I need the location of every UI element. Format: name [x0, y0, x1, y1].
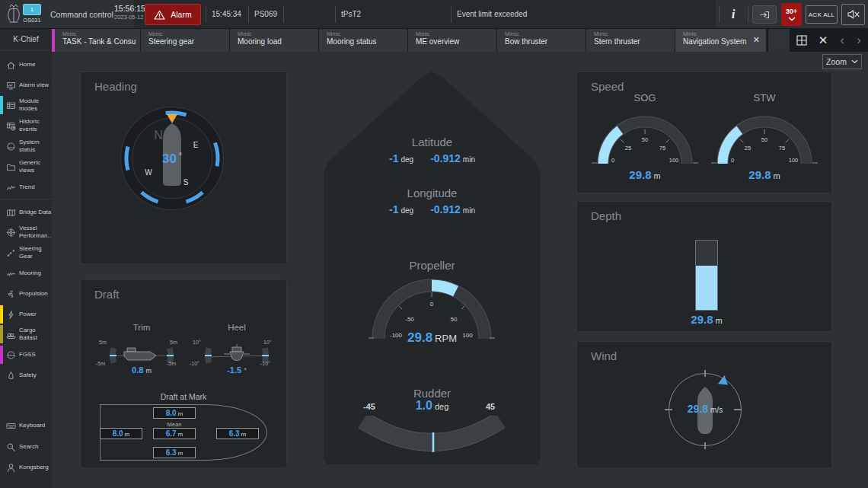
sidebar-item-mooring[interactable]: Mooring	[0, 263, 52, 283]
sidebar-title: K-Chief	[0, 35, 52, 43]
clock-date: 2023-05-12	[114, 14, 145, 21]
svg-text:75: 75	[779, 145, 785, 152]
sidebar-item-vessel-performance[interactable]: Vessel Performan…	[0, 222, 52, 242]
info-button[interactable]: i	[723, 5, 743, 24]
active-accent-bar	[0, 346, 3, 364]
tab-close-icon[interactable]: ✕	[753, 35, 760, 45]
blank-tab-button[interactable]	[768, 29, 790, 52]
table-icon	[6, 100, 16, 110]
table-clock-icon	[6, 121, 16, 131]
tabs-prev-button[interactable]: ‹	[834, 29, 850, 52]
sidebar-item-generic-views[interactable]: Generic views	[0, 157, 52, 177]
ship-side-silhouette	[124, 348, 156, 360]
sidebar-item-module-modes[interactable]: Module modes	[0, 95, 52, 115]
keyboard-icon	[6, 421, 16, 431]
active-accent-bar	[0, 325, 3, 343]
stw-value: 29.8 m	[707, 168, 822, 181]
ship-wheel-icon	[6, 228, 16, 238]
speed-panel: Speed SOG STW 0 25 50 75 100	[576, 72, 832, 193]
depth-value: 29.8 m	[669, 313, 745, 326]
svg-text:25: 25	[745, 145, 751, 152]
sidebar-item-steering-gear[interactable]: Steering Gear	[0, 243, 52, 263]
sidebar-item-fgss[interactable]: FGSS	[0, 345, 52, 365]
flame-icon	[6, 371, 16, 381]
wind-panel: Wind 29.8 m/s	[576, 341, 832, 468]
sign-in-icon	[759, 11, 770, 19]
longitude-value: -1deg -0.912min	[324, 203, 541, 215]
rudder-gauge	[348, 416, 515, 461]
left-nav-sidebar: K-Chief Home Alarm view Module modes His…	[0, 29, 52, 488]
mimic-tab-bar: Mimic TASK - Tank & Consumers Mimic Stee…	[0, 29, 868, 52]
layout-grid-button[interactable]	[792, 29, 812, 52]
draft-mark-aft: 8.0m	[100, 428, 142, 439]
ack-all-button[interactable]: ACK ALL	[806, 5, 838, 24]
svg-text:25: 25	[625, 145, 631, 152]
heading-panel: Heading N E S W 30 °	[80, 72, 287, 264]
sog-value: 29.8 m	[588, 168, 702, 181]
steering-dots-icon	[6, 248, 16, 258]
stw-label: STW	[707, 92, 822, 104]
sidebar-item-cargo-ballast[interactable]: Cargo Ballast	[0, 324, 52, 344]
sidebar-item-search[interactable]: Search	[0, 437, 52, 457]
station-number-badge[interactable]: 1	[23, 4, 41, 15]
tab-mooring-load[interactable]: Mimic Mooring load	[230, 29, 318, 52]
zoom-dropdown[interactable]: Zoom	[822, 54, 862, 69]
longitude-label: Longitude	[324, 187, 541, 199]
speaker-muted-icon	[847, 9, 860, 20]
svg-text:100: 100	[669, 157, 679, 164]
tab-navigation-system[interactable]: Mimic Navigation System ✕	[675, 29, 766, 52]
sidebar-item-power[interactable]: Power	[0, 305, 52, 324]
tab-steering-gear[interactable]: Mimic Steering gear	[141, 29, 229, 52]
tabs-next-button[interactable]: ›	[851, 29, 866, 52]
sidebar-item-system-status[interactable]: System status	[0, 136, 52, 156]
sidebar-item-historic-events[interactable]: Historic events	[0, 116, 52, 136]
sidebar-item-safety[interactable]: Safety	[0, 365, 52, 385]
tab-task-tank-consumers[interactable]: Mimic TASK - Tank & Consumers	[52, 29, 140, 52]
alarm-button[interactable]: Alarm	[145, 4, 201, 25]
sog-label: SOG	[588, 92, 702, 104]
search-icon	[6, 442, 16, 452]
trend-wave-icon	[6, 183, 16, 193]
chevron-down-icon	[788, 17, 796, 21]
mooring-wave-icon	[6, 269, 16, 279]
map-icon	[6, 208, 16, 218]
heel-label: Heel	[195, 323, 279, 332]
svg-text:0: 0	[611, 157, 614, 164]
unacknowledged-alarms-button[interactable]: 30+	[781, 3, 802, 26]
draft-at-mark-label: Draft at Mark	[100, 392, 267, 401]
top-status-bar: 1 OS031 Command control 15:56:15 2023-05…	[0, 0, 868, 29]
sidebar-item-bridge-data[interactable]: Bridge Data	[0, 203, 52, 222]
draft-mark-top: 8.0m	[153, 407, 196, 419]
chevron-down-icon	[851, 59, 858, 64]
cargo-barge-icon	[6, 330, 16, 340]
kchief-workstation: 1 OS031 Command control 15:56:15 2023-05…	[0, 0, 868, 488]
alarm-button-label: Alarm	[171, 10, 191, 19]
sidebar-item-home[interactable]: Home	[0, 55, 52, 75]
sidebar-item-propulsion[interactable]: Propulsion	[0, 284, 52, 304]
event-status-text: Event limit exceeded	[457, 0, 527, 28]
depth-fill	[696, 266, 717, 310]
draft-mark-mean: 6.7m	[153, 428, 196, 439]
sidebar-item-kongsberg[interactable]: Kongsberg	[0, 458, 52, 477]
sign-in-button[interactable]	[752, 5, 777, 24]
svg-text:50: 50	[642, 136, 648, 143]
sidebar-item-trend[interactable]: Trend	[0, 177, 52, 197]
tab-me-overview[interactable]: Mimic ME overview	[408, 29, 496, 52]
sidebar-item-keyboard[interactable]: Keyboard	[0, 416, 52, 435]
mute-button[interactable]	[841, 4, 865, 25]
mean-label: Mean	[153, 421, 196, 428]
close-all-button[interactable]: ✕	[813, 29, 833, 52]
rudder-label: Rudder	[324, 387, 541, 400]
latitude-label: Latitude	[324, 136, 541, 148]
tab-stern-thruster[interactable]: Mimic Stern thruster	[586, 29, 675, 52]
propeller-value: 29.8 RPM	[324, 330, 541, 346]
tab-bow-thruster[interactable]: Mimic Bow thruster	[497, 29, 586, 52]
sidebar-item-alarm-view[interactable]: Alarm view	[0, 75, 52, 95]
active-accent-bar	[0, 96, 3, 114]
heading-value: 30 °	[100, 152, 244, 167]
alarm-time: 15:45:34	[212, 0, 241, 28]
tab-mooring-status[interactable]: Mimic Mooring status	[319, 29, 407, 52]
depth-title: Depth	[591, 209, 621, 222]
wind-value: 29.8 m/s	[669, 403, 742, 415]
cardinal-e: E	[193, 141, 199, 149]
